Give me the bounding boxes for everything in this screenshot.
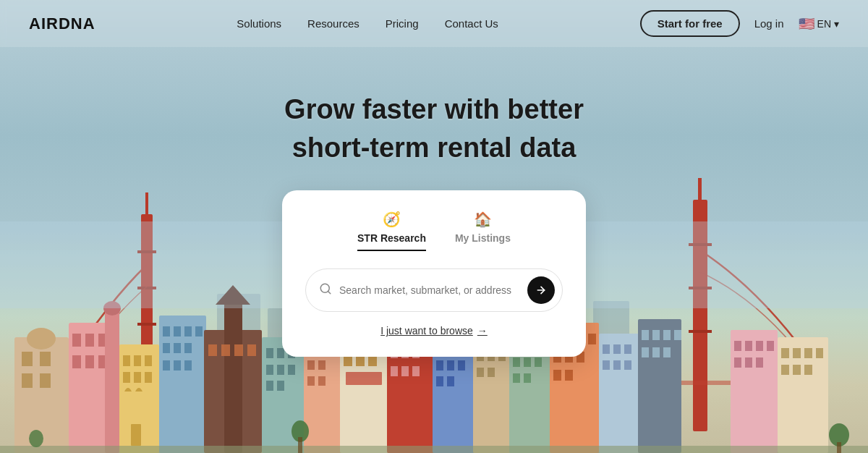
svg-rect-100 [447,360,454,371]
compass-icon: 🧭 [383,211,401,228]
search-input[interactable] [339,284,520,296]
start-for-free-button[interactable]: Start for free [640,10,740,37]
svg-rect-72 [318,360,326,370]
browse-link[interactable]: I just want to browse → [305,325,563,336]
search-bar [305,268,563,312]
svg-rect-38 [145,372,152,383]
browse-link-text: I just want to browse [380,325,473,336]
svg-rect-109 [488,368,495,377]
language-selector[interactable]: 🇺🇸 EN ▾ [799,16,839,32]
svg-rect-164 [837,442,841,453]
svg-rect-157 [781,365,789,375]
svg-rect-118 [524,373,531,383]
tab-my-listings[interactable]: 🏠 My Listings [455,211,511,251]
svg-rect-94 [412,366,420,376]
svg-rect-162 [298,437,302,453]
svg-rect-93 [401,366,409,376]
nav-right: Start for free Log in 🇺🇸 EN ▾ [640,10,839,37]
svg-rect-37 [134,372,141,383]
logo-text: AIRDNA [29,14,95,33]
browse-arrow-icon: → [477,325,488,336]
svg-rect-27 [72,355,81,368]
language-label: EN [817,18,831,30]
svg-point-165 [29,430,43,447]
svg-rect-48 [163,360,170,371]
svg-rect-116 [535,357,542,367]
svg-rect-128 [565,370,573,381]
hero-section: Grow faster with better short-term renta… [0,47,868,357]
svg-rect-20 [22,373,33,388]
svg-rect-92 [391,366,398,376]
svg-rect-74 [318,376,326,386]
svg-rect-117 [513,373,520,383]
tab-listings-label: My Listings [455,232,511,244]
svg-rect-149 [734,357,741,368]
nav-contact[interactable]: Contact Us [445,17,498,30]
svg-line-168 [328,291,330,293]
svg-rect-49 [174,360,181,371]
svg-rect-36 [123,372,130,383]
nav-links: Solutions Resources Pricing Contact Us [237,17,498,30]
home-icon: 🏠 [474,211,492,228]
hero-title-line2: short-term rental data [292,132,576,163]
svg-rect-160 [0,446,868,453]
svg-rect-50 [184,360,192,371]
svg-rect-102 [436,376,443,386]
svg-rect-133 [603,360,610,370]
svg-rect-66 [277,381,284,391]
flag-icon: 🇺🇸 [799,16,814,32]
svg-rect-63 [277,365,284,375]
svg-rect-65 [266,381,273,391]
logo[interactable]: AIRDNA [29,14,95,33]
svg-rect-108 [477,368,484,377]
svg-rect-159 [804,365,812,375]
svg-rect-39 [131,424,141,446]
login-button[interactable]: Log in [754,17,784,30]
svg-rect-134 [613,360,621,370]
nav-solutions[interactable]: Solutions [237,17,281,30]
navbar: AIRDNA Solutions Resources Pricing Conta… [0,0,868,47]
search-card: 🧭 STR Research 🏠 My Listings [282,190,586,357]
svg-rect-135 [624,360,631,370]
svg-rect-103 [447,376,454,386]
tab-str-research[interactable]: 🧭 STR Research [357,211,426,251]
svg-rect-150 [745,357,752,368]
search-icon [319,282,332,299]
search-submit-button[interactable] [527,276,555,304]
nav-pricing[interactable]: Pricing [386,17,419,30]
svg-rect-99 [436,360,443,371]
svg-rect-64 [288,365,295,375]
svg-rect-114 [513,357,520,367]
svg-rect-83 [346,372,382,385]
chevron-down-icon: ▾ [834,18,839,30]
svg-rect-62 [266,365,273,375]
svg-rect-21 [40,373,51,388]
svg-rect-73 [307,376,315,386]
svg-rect-71 [307,360,315,370]
hero-title: Grow faster with better short-term renta… [284,90,584,167]
tab-str-label: STR Research [357,232,426,244]
svg-rect-28 [85,355,94,368]
svg-rect-151 [756,357,763,368]
svg-rect-101 [458,360,465,371]
svg-rect-115 [524,357,531,367]
nav-resources[interactable]: Resources [307,17,359,30]
hero-title-line1: Grow faster with better [284,94,584,124]
search-tabs: 🧭 STR Research 🏠 My Listings [305,211,563,251]
svg-rect-158 [793,365,801,375]
svg-rect-127 [553,370,561,381]
